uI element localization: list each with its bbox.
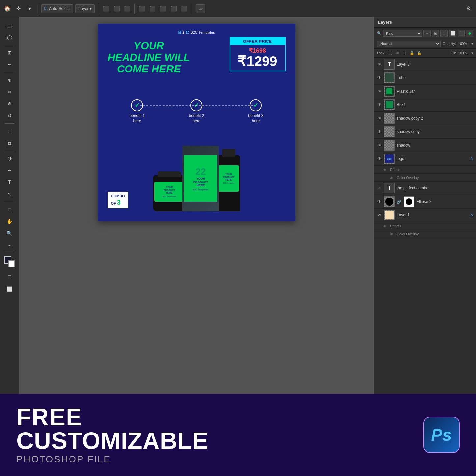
- layer-item-plastic-jar[interactable]: 👁 Plastic Jar: [374, 85, 476, 98]
- auto-select-checkbox[interactable]: ☑ Auto-Select:: [41, 4, 73, 13]
- settings-icon[interactable]: ⚙: [464, 4, 473, 13]
- visibility-tube[interactable]: 👁: [377, 75, 382, 80]
- lock-artboard-icon[interactable]: ✛: [402, 50, 408, 56]
- clone-tool[interactable]: ⊛: [4, 98, 15, 109]
- align-icons: ⬛ ⬛ ⬛ ⬛ ⬛ ⬛ ⬛ ⬛: [101, 4, 189, 14]
- color-overlay-layer1-label: Color Overlay: [397, 232, 419, 236]
- more-options-btn[interactable]: ...: [196, 4, 205, 13]
- name-shadow: shadow: [397, 143, 473, 148]
- distribute-icon-4[interactable]: ⬛: [169, 4, 178, 13]
- align-left-icon[interactable]: ⬛: [101, 4, 111, 13]
- name-plastic-jar: Plastic Jar: [397, 89, 473, 94]
- tool-sep-3: [5, 123, 14, 124]
- visibility-layer3[interactable]: 👁: [377, 62, 382, 67]
- layers-kind-select[interactable]: Kind: [383, 30, 422, 37]
- layer-item-box1[interactable]: 👁 Box1: [374, 98, 476, 112]
- effect-eye-layer1[interactable]: ◉: [383, 224, 388, 228]
- tube-cap: [222, 149, 235, 157]
- type-tool[interactable]: T: [4, 177, 15, 188]
- visibility-logo[interactable]: 👁: [377, 156, 382, 161]
- dodge-tool[interactable]: ◑: [4, 153, 15, 164]
- name-box1: Box1: [397, 102, 473, 107]
- visibility-shadow-copy-2[interactable]: 👁: [377, 116, 382, 121]
- layer-item-perfect-combo[interactable]: 👁 T the perfect combo: [374, 182, 476, 195]
- path-select-tool[interactable]: ↖: [4, 188, 15, 200]
- distribute-icon-3[interactable]: ⬛: [158, 4, 168, 13]
- select-tool[interactable]: ⬚: [4, 20, 15, 31]
- home-icon[interactable]: 🏠: [3, 4, 12, 13]
- lock-position-icon[interactable]: ✏: [395, 50, 401, 56]
- filter-smart-icon[interactable]: ⬛: [458, 30, 465, 37]
- crop-tool[interactable]: ⊞: [4, 47, 15, 58]
- distribute-icon-5[interactable]: ⬛: [180, 4, 189, 13]
- layer-item-shadow[interactable]: 👁 shadow: [374, 139, 476, 152]
- filter-pixel-icon[interactable]: ▪: [423, 30, 431, 37]
- effect-eye-logo[interactable]: ◉: [383, 168, 388, 171]
- effect-eye-color-overlay-layer1[interactable]: ◉: [390, 232, 395, 236]
- thumb-plastic-jar: [384, 86, 395, 97]
- layer-item-color-overlay-logo[interactable]: ◉ Color Overlay: [374, 174, 476, 182]
- visibility-shadow[interactable]: 👁: [377, 143, 382, 148]
- name-tube: Tube: [397, 75, 473, 80]
- eraser-tool[interactable]: ◻: [4, 126, 15, 137]
- gradient-tool[interactable]: ▦: [4, 137, 15, 149]
- visibility-shadow-copy[interactable]: 👁: [377, 129, 382, 134]
- lasso-tool[interactable]: ◯: [4, 32, 15, 43]
- layer-item-shadow-copy[interactable]: 👁 shadow copy: [374, 125, 476, 139]
- extra-tool[interactable]: ···: [4, 239, 15, 251]
- history-brush-tool[interactable]: ↺: [4, 110, 15, 121]
- healing-tool[interactable]: ⊕: [4, 74, 15, 86]
- filter-shape-icon[interactable]: ⬜: [449, 30, 456, 37]
- background-color[interactable]: [8, 260, 15, 267]
- lock-pixel-icon[interactable]: ⬚: [387, 50, 393, 56]
- distribute-icon-2[interactable]: ⬛: [148, 4, 157, 13]
- visibility-box1[interactable]: 👁: [377, 102, 382, 107]
- tool-sep-4: [5, 151, 14, 151]
- layer-item-shadow-copy-2[interactable]: 👁 shadow copy 2: [374, 112, 476, 125]
- layers-panel-title: Layers: [374, 17, 476, 28]
- layer-dropdown[interactable]: Layer ▾: [75, 4, 95, 13]
- align-center-icon[interactable]: ⬛: [112, 4, 121, 13]
- layer-item-ellipse2[interactable]: 👁 🔗 Ellipse 2: [374, 195, 476, 209]
- move-tool-dropdown[interactable]: ▾: [25, 4, 34, 13]
- layer-item-layer3[interactable]: 👁 T Layer 3: [374, 58, 476, 71]
- benefit-connector-line: [140, 105, 254, 106]
- tool-sep-1: [5, 45, 14, 45]
- move-tool-icon[interactable]: ✛: [14, 4, 23, 13]
- headline-line1: YOUR: [108, 40, 190, 52]
- layer-item-color-overlay-layer1[interactable]: ◉ Color Overlay: [374, 230, 476, 238]
- lock-move-icon[interactable]: 🔒: [409, 50, 415, 56]
- lock-all-icon[interactable]: 🔒: [416, 50, 422, 56]
- jar-cap: [158, 171, 181, 177]
- brand-text: B2C Templates: [190, 30, 215, 34]
- pen-tool[interactable]: ✒: [4, 165, 15, 176]
- layers-filter-bar: 🔍 Kind ▪ ◉ T ⬜ ⬛ ●: [374, 28, 476, 39]
- visibility-perfect-combo[interactable]: 👁: [377, 185, 382, 191]
- shape-tool[interactable]: ◻: [4, 204, 15, 215]
- blend-mode-select[interactable]: Normal: [377, 41, 441, 47]
- banner-text-area: FREE CUSTOMIZABLE PHOTOSHOP FILE: [16, 405, 413, 464]
- quick-mask-icon[interactable]: ◻: [4, 271, 15, 282]
- filter-type-icon[interactable]: T: [440, 30, 448, 37]
- effect-eye-color-overlay-logo[interactable]: ◉: [390, 176, 395, 179]
- hand-tool[interactable]: ✋: [4, 216, 15, 227]
- color-boxes[interactable]: [4, 256, 15, 267]
- filter-dot-icon[interactable]: ●: [466, 30, 473, 37]
- visibility-ellipse2[interactable]: 👁: [377, 199, 382, 204]
- visibility-plastic-jar[interactable]: 👁: [377, 89, 382, 94]
- layer-item-effects-layer1[interactable]: ◉ Effects: [374, 222, 476, 230]
- fx-logo: fx: [470, 157, 473, 161]
- layer-item-layer1[interactable]: 👁 Layer 1 fx: [374, 209, 476, 222]
- align-right-icon[interactable]: ⬛: [123, 4, 132, 13]
- layer-item-logo[interactable]: 👁 B2C logo fx: [374, 152, 476, 166]
- visibility-layer1[interactable]: 👁: [377, 212, 382, 218]
- screen-mode-icon[interactable]: ⬜: [4, 283, 15, 294]
- distribute-icon-1[interactable]: ⬛: [137, 4, 147, 13]
- eyedropper-tool[interactable]: ✒: [4, 59, 15, 70]
- zoom-tool[interactable]: 🔍: [4, 228, 15, 239]
- filter-adjust-icon[interactable]: ◉: [432, 30, 439, 37]
- layer-item-tube[interactable]: 👁 Tube: [374, 71, 476, 85]
- thumb-shadow-copy-2: [384, 113, 395, 124]
- brush-tool[interactable]: ✏: [4, 86, 15, 98]
- layer-item-effects-logo[interactable]: ◉ Effects: [374, 166, 476, 174]
